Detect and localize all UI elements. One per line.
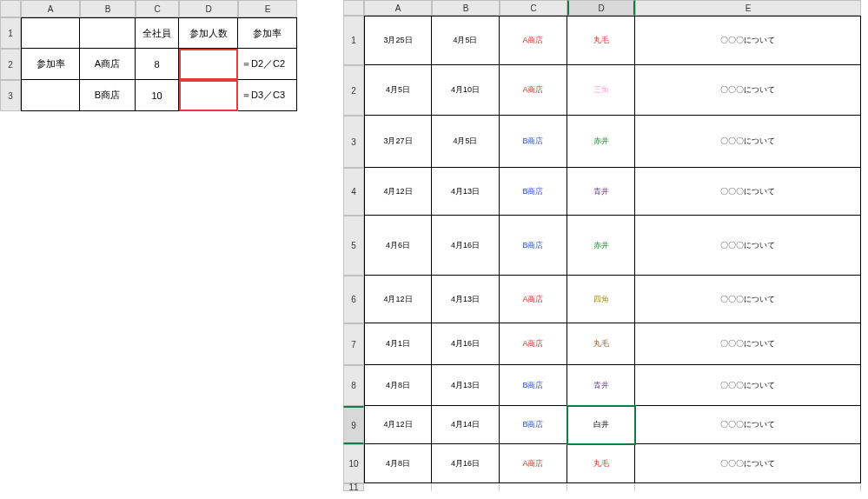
col-header-d[interactable]: D <box>567 0 635 16</box>
cell-b3[interactable]: B商店 <box>80 80 136 111</box>
cell-e1[interactable]: 参加率 <box>238 17 297 49</box>
col-header-b[interactable]: B <box>80 0 136 17</box>
cell-c3[interactable]: B商店 <box>500 116 567 168</box>
cell-c9[interactable]: B商店 <box>500 406 567 444</box>
cell-c5[interactable]: B商店 <box>500 216 567 276</box>
cell-c1[interactable]: 全社員 <box>136 17 179 49</box>
spreadsheet-right: ABCDE13月25日4月5日A商店丸毛〇〇〇について24月5日4月10日A商店… <box>343 0 868 491</box>
col-header-c[interactable]: C <box>136 0 179 17</box>
row-header-3[interactable]: 3 <box>343 116 364 168</box>
cell-c6[interactable]: A商店 <box>500 276 567 323</box>
cell-d5[interactable]: 赤井 <box>567 216 635 276</box>
cell-d4[interactable]: 青井 <box>567 168 635 216</box>
cell-a10[interactable]: 4月8日 <box>364 444 432 483</box>
row-header-7[interactable]: 7 <box>343 323 364 365</box>
cell-d3[interactable]: 赤井 <box>567 116 635 168</box>
row-header-10[interactable]: 10 <box>343 444 364 483</box>
cell-b7[interactable]: 4月16日 <box>432 323 500 365</box>
cell-e2[interactable]: ＝D2／C2 <box>238 49 297 80</box>
cell-d7[interactable]: 丸毛 <box>567 323 635 365</box>
cell-a3[interactable]: 3月27日 <box>364 116 432 168</box>
select-all-corner[interactable] <box>0 0 21 17</box>
col-header-c[interactable]: C <box>500 0 567 16</box>
cell-e8[interactable]: 〇〇〇について <box>635 365 861 406</box>
cell-d1[interactable]: 丸毛 <box>567 16 635 65</box>
row-header-2[interactable]: 2 <box>343 65 364 116</box>
cell-a9[interactable]: 4月12日 <box>364 406 432 444</box>
cell-b2[interactable]: A商店 <box>80 49 136 80</box>
cell-c3[interactable]: 10 <box>136 80 179 111</box>
cell-d10[interactable]: 丸毛 <box>567 444 635 483</box>
cell-b5[interactable]: 4月16日 <box>432 216 500 276</box>
cell-e5[interactable]: 〇〇〇について <box>635 216 861 276</box>
cell-a7[interactable]: 4月1日 <box>364 323 432 365</box>
cell-b10[interactable]: 4月16日 <box>432 444 500 483</box>
spreadsheet-left: A B C D E 1 全社員 参加人数 参加率 2 参加率 A商店 8 ＝D2… <box>0 0 300 111</box>
select-all-corner[interactable] <box>343 0 364 16</box>
row-header-5[interactable]: 5 <box>343 216 364 276</box>
cell-e3[interactable]: 〇〇〇について <box>635 116 861 168</box>
cell-empty[interactable] <box>635 483 861 491</box>
cell-c1[interactable]: A商店 <box>500 16 567 65</box>
cell-a2[interactable]: 4月5日 <box>364 65 432 116</box>
cell-e2[interactable]: 〇〇〇について <box>635 65 861 116</box>
col-header-a[interactable]: A <box>364 0 432 16</box>
cell-b4[interactable]: 4月13日 <box>432 168 500 216</box>
row-header-9[interactable]: 9 <box>343 406 364 444</box>
cell-c2[interactable]: A商店 <box>500 65 567 116</box>
cell-d6[interactable]: 四角 <box>567 276 635 323</box>
cell-d8[interactable]: 青井 <box>567 365 635 406</box>
cell-a2[interactable]: 参加率 <box>21 49 80 80</box>
row-header-1[interactable]: 1 <box>343 16 364 65</box>
cell-b9[interactable]: 4月14日 <box>432 406 500 444</box>
row-header-4[interactable]: 4 <box>343 168 364 216</box>
col-header-a[interactable]: A <box>21 0 80 17</box>
row-header-3[interactable]: 3 <box>0 80 21 111</box>
cell-b8[interactable]: 4月13日 <box>432 365 500 406</box>
cell-c10[interactable]: A商店 <box>500 444 567 483</box>
cell-empty[interactable] <box>432 483 500 491</box>
cell-d2[interactable] <box>179 49 238 80</box>
cell-e1[interactable]: 〇〇〇について <box>635 16 861 65</box>
cell-e3[interactable]: ＝D3／C3 <box>238 80 297 111</box>
cell-b3[interactable]: 4月5日 <box>432 116 500 168</box>
row-header-2[interactable]: 2 <box>0 49 21 80</box>
col-header-b[interactable]: B <box>432 0 500 16</box>
cell-a6[interactable]: 4月12日 <box>364 276 432 323</box>
cell-c4[interactable]: B商店 <box>500 168 567 216</box>
row-header-1[interactable]: 1 <box>0 17 21 49</box>
col-header-d[interactable]: D <box>179 0 238 17</box>
cell-e6[interactable]: 〇〇〇について <box>635 276 861 323</box>
cell-empty[interactable] <box>364 483 432 491</box>
col-header-e[interactable]: E <box>635 0 861 16</box>
col-header-e[interactable]: E <box>238 0 297 17</box>
cell-b1[interactable]: 4月5日 <box>432 16 500 65</box>
cell-a5[interactable]: 4月6日 <box>364 216 432 276</box>
cell-d9[interactable]: 白井 <box>567 406 635 444</box>
cell-e10[interactable]: 〇〇〇について <box>635 444 861 483</box>
cell-c7[interactable]: A商店 <box>500 323 567 365</box>
cell-c8[interactable]: B商店 <box>500 365 567 406</box>
row-header-8[interactable]: 8 <box>343 365 364 406</box>
cell-empty[interactable] <box>567 483 635 491</box>
cell-a4[interactable]: 4月12日 <box>364 168 432 216</box>
row-header-6[interactable]: 6 <box>343 276 364 323</box>
cell-c2[interactable]: 8 <box>136 49 179 80</box>
cell-d1[interactable]: 参加人数 <box>179 17 238 49</box>
cell-a1[interactable] <box>21 17 80 49</box>
cell-empty[interactable] <box>500 483 567 491</box>
cell-a8[interactable]: 4月8日 <box>364 365 432 406</box>
cell-a1[interactable]: 3月25日 <box>364 16 432 65</box>
cell-e9[interactable]: 〇〇〇について <box>635 406 861 444</box>
cell-d2[interactable]: 三角 <box>567 65 635 116</box>
cell-b2[interactable]: 4月10日 <box>432 65 500 116</box>
cell-a3[interactable] <box>21 80 80 111</box>
row-header-11[interactable]: 11 <box>343 483 364 491</box>
cell-b6[interactable]: 4月13日 <box>432 276 500 323</box>
cell-e4[interactable]: 〇〇〇について <box>635 168 861 216</box>
cell-e7[interactable]: 〇〇〇について <box>635 323 861 365</box>
cell-d3[interactable] <box>179 80 238 111</box>
cell-b1[interactable] <box>80 17 136 49</box>
